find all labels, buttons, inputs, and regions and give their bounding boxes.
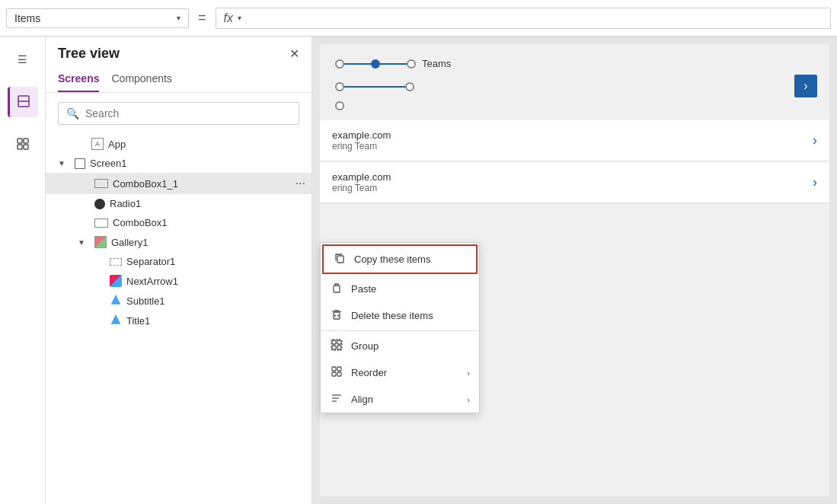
list-item-subtitle-1: ering Team xyxy=(332,141,391,152)
tree-item-radio1[interactable]: Radio1 xyxy=(46,194,311,213)
list-item-2[interactable]: example.com ering Team › xyxy=(320,162,829,203)
items-dropdown[interactable]: Items ▾ xyxy=(6,8,189,28)
dot-selected xyxy=(371,59,380,69)
tree-item-label: Screen1 xyxy=(90,158,305,169)
connector-line xyxy=(344,63,371,65)
equals-sign: = xyxy=(198,10,206,26)
tree-item-label: Radio1 xyxy=(110,198,305,209)
grid-button[interactable] xyxy=(8,129,38,160)
group-icon xyxy=(330,339,343,353)
list-item-email-1: example.com xyxy=(332,129,391,141)
separator-icon xyxy=(110,258,122,266)
combobox-icon xyxy=(94,219,108,228)
tree-close-button[interactable]: ✕ xyxy=(289,46,299,61)
layers-icon xyxy=(16,94,31,111)
tree-item-label: ComboBox1 xyxy=(113,217,305,228)
context-menu-copy[interactable]: Copy these items xyxy=(322,244,478,274)
context-menu-group[interactable]: Group xyxy=(321,333,479,359)
tree-item-nextarrow1[interactable]: NextArrow1 xyxy=(46,271,311,291)
hamburger-menu-button[interactable]: ☰ xyxy=(8,44,38,75)
tree-header: Tree view ✕ xyxy=(46,37,311,68)
svg-rect-7 xyxy=(334,285,340,292)
group-menu-label: Group xyxy=(351,340,470,352)
reorder-icon xyxy=(330,365,343,380)
arrows-icon xyxy=(110,275,122,287)
context-menu-delete[interactable]: Delete these items xyxy=(321,302,479,329)
tree-items-list: A App ▼ Screen1 ComboBox1_1 ··· xyxy=(46,134,311,504)
menu-separator xyxy=(321,330,479,331)
context-menu-paste[interactable]: Paste xyxy=(321,276,479,302)
fx-bar[interactable]: fx ▾ xyxy=(216,8,831,29)
list-item-subtitle-2: ering Team xyxy=(332,183,391,193)
items-dropdown-label: Items xyxy=(14,12,40,24)
tree-item-subtitle1[interactable]: Subtitle1 xyxy=(46,291,311,311)
tree-item-label: NextArrow1 xyxy=(126,276,305,287)
list-item-1[interactable]: example.com ering Team › xyxy=(320,120,829,161)
gallery-icon xyxy=(94,236,107,248)
expand-icon xyxy=(93,277,105,285)
reorder-menu-label: Reorder xyxy=(351,367,459,378)
paste-menu-label: Paste xyxy=(351,283,470,295)
tree-item-app[interactable]: A App xyxy=(46,134,311,154)
align-icon xyxy=(330,392,343,407)
context-menu-align[interactable]: Align › xyxy=(321,386,479,413)
list-chevron-icon-2: › xyxy=(813,174,817,190)
paste-icon xyxy=(330,282,343,296)
list-chevron-icon-1: › xyxy=(813,132,817,148)
align-menu-label: Align xyxy=(351,394,459,405)
copy-menu-label: Copy these items xyxy=(354,254,467,265)
submenu-arrow-icon: › xyxy=(467,368,470,378)
dot5 xyxy=(335,101,344,110)
more-options-button[interactable]: ··· xyxy=(296,177,305,190)
dropdown-chevron-icon: ▾ xyxy=(177,14,180,22)
search-input[interactable] xyxy=(85,107,291,120)
main-layout: ☰ Tree view ✕ xyxy=(0,37,837,504)
list-item-text-1: example.com ering Team xyxy=(332,129,391,152)
expand-icon: ▼ xyxy=(78,238,90,247)
svg-rect-12 xyxy=(332,340,336,344)
combobox-icon xyxy=(94,179,108,188)
tree-item-combobox1-1[interactable]: ComboBox1_1 ··· xyxy=(46,173,311,194)
tree-item-separator1[interactable]: Separator1 xyxy=(46,252,311,271)
svg-rect-18 xyxy=(337,367,341,371)
expand-icon xyxy=(93,257,105,266)
context-menu-reorder[interactable]: Reorder › xyxy=(321,359,479,386)
submenu-arrow-icon: › xyxy=(467,395,470,404)
app-icon: A xyxy=(91,138,104,150)
svg-rect-17 xyxy=(332,367,336,371)
search-box: 🔍 xyxy=(58,102,299,125)
grid-icon xyxy=(15,136,30,154)
tree-item-label: Separator1 xyxy=(126,256,305,267)
expand-icon xyxy=(93,317,105,325)
tree-item-label: ComboBox1_1 xyxy=(113,178,291,190)
hamburger-icon: ☰ xyxy=(18,53,27,65)
tree-item-label: Gallery1 xyxy=(111,237,305,248)
svg-rect-20 xyxy=(337,372,341,376)
tree-item-title1[interactable]: Title1 xyxy=(46,311,311,330)
blue-handle[interactable]: › xyxy=(794,75,817,97)
tree-item-gallery1[interactable]: ▼ Gallery1 xyxy=(46,232,311,252)
svg-rect-2 xyxy=(18,139,22,143)
tree-panel: Tree view ✕ Screens Components 🔍 A App xyxy=(46,37,312,504)
screen-icon xyxy=(75,158,85,169)
copy-icon xyxy=(333,252,347,266)
tree-item-label: Title1 xyxy=(126,315,305,327)
svg-rect-14 xyxy=(332,346,336,349)
svg-rect-4 xyxy=(18,145,22,149)
top-bar: Items ▾ = fx ▾ xyxy=(0,0,837,37)
tab-screens[interactable]: Screens xyxy=(58,68,99,92)
list-item-text-2: example.com ering Team xyxy=(332,171,391,193)
icon-sidebar: ☰ xyxy=(0,37,46,504)
svg-rect-8 xyxy=(334,312,340,319)
connector-line2 xyxy=(344,86,405,88)
search-icon: 🔍 xyxy=(66,107,79,120)
list-item-email-2: example.com xyxy=(332,171,391,183)
tree-view-title: Tree view xyxy=(58,46,120,62)
tab-components[interactable]: Components xyxy=(111,68,171,92)
svg-rect-6 xyxy=(337,256,343,263)
svg-rect-19 xyxy=(332,372,336,376)
tree-item-screen1[interactable]: ▼ Screen1 xyxy=(46,154,311,173)
layers-button[interactable] xyxy=(8,87,38,117)
tree-item-combobox1[interactable]: ComboBox1 xyxy=(46,213,311,232)
connector-line xyxy=(380,63,407,65)
